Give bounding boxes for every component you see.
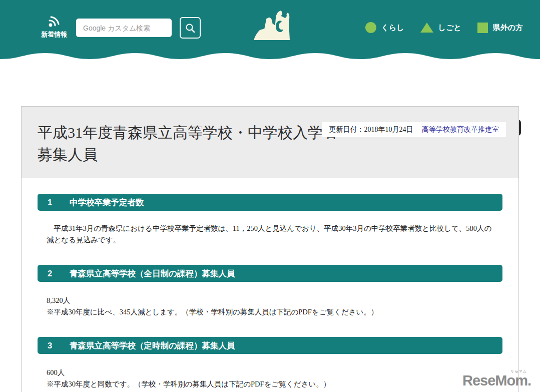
watermark-ruby: リセマム (510, 369, 527, 374)
section-text: 600人 ※平成30年度と同数です。（学校・学科別の募集人員は下記のPDFをご覧… (38, 354, 502, 390)
nav-item-shigoto[interactable]: しごと (420, 23, 461, 33)
watermark-text: ReseMom. (462, 372, 531, 388)
section-title: 青森県立高等学校（全日制の課程）募集人員 (70, 269, 235, 278)
article-header: 平成31年度青森県立高等学校・中学校入学者募集人員 更新日付：2018年10月2… (22, 107, 518, 178)
section-fulltime: 2青森県立高等学校（全日制の課程）募集人員 8,320人 ※平成30年度に比べ、… (38, 265, 502, 318)
section-text: 平成31年3月の青森県における中学校卒業予定者数は、11，250人と見込んでおり… (38, 211, 502, 246)
paragraph: 平成31年3月の青森県における中学校卒業予定者数は、11，250人と見込んでおり… (47, 223, 493, 246)
department-link[interactable]: 高等学校教育改革推進室 (422, 126, 499, 133)
circle-icon (365, 22, 376, 33)
capacity-note: ※平成30年度と同数です。（学校・学科別の募集人員は下記のPDFをご覧ください。… (47, 378, 493, 390)
aomori-map-icon (252, 8, 292, 41)
search-icon (185, 23, 196, 34)
nav-label: くらし (381, 23, 404, 33)
capacity-note: ※平成30年度に比べ、345人減とします。（学校・学科別の募集人員は下記のPDF… (47, 306, 493, 318)
nav-item-kurashi[interactable]: くらし (365, 22, 404, 33)
capacity-value: 8,320人 (47, 295, 493, 306)
section-heading-2: 2青森県立高等学校（全日制の課程）募集人員 (38, 265, 502, 282)
section-number: 3 (48, 337, 70, 354)
search-input[interactable] (76, 19, 172, 37)
section-text: 8,320人 ※平成30年度に比べ、345人減とします。（学校・学科別の募集人員… (38, 282, 502, 318)
article-card: 平成31年度青森県立高等学校・中学校入学者募集人員 更新日付：2018年10月2… (21, 106, 519, 392)
page-title: 平成31年度青森県立高等学校・中学校入学者募集人員 (38, 122, 343, 165)
section-graduates: 1中学校卒業予定者数 平成31年3月の青森県における中学校卒業予定者数は、11，… (38, 194, 502, 246)
update-info-box: 更新日付：2018年10月24日 高等学校教育改革推進室 (322, 122, 506, 137)
new-info-link[interactable]: 新着情報 (38, 15, 70, 39)
nav-label: 県外の方 (493, 23, 523, 33)
section-title: 青森県立高等学校（定時制の課程）募集人員 (70, 341, 235, 350)
nav-item-kengai[interactable]: 県外の方 (477, 23, 523, 33)
section-heading-1: 1中学校卒業予定者数 (38, 194, 502, 211)
new-info-label: 新着情報 (41, 31, 67, 38)
search-button[interactable] (180, 17, 201, 39)
rss-icon (47, 15, 61, 28)
square-icon (477, 23, 488, 33)
site-header: 新着情報 くらし しごと 県外の方 (0, 0, 540, 52)
update-date: 更新日付：2018年10月24日 (329, 126, 413, 133)
capacity-value: 600人 (47, 367, 493, 378)
aomori-prefecture-logo[interactable] (252, 8, 292, 43)
section-number: 2 (48, 265, 70, 282)
article-body: 1中学校卒業予定者数 平成31年3月の青森県における中学校卒業予定者数は、11，… (22, 178, 518, 390)
section-number: 1 (48, 194, 70, 211)
nav-label: しごと (438, 23, 461, 33)
section-title: 中学校卒業予定者数 (70, 198, 144, 207)
triangle-icon (420, 23, 433, 33)
header-nav: くらし しごと 県外の方 (365, 22, 523, 33)
section-heading-3: 3青森県立高等学校（定時制の課程）募集人員 (38, 337, 502, 354)
header-wave (0, 52, 540, 61)
section-parttime: 3青森県立高等学校（定時制の課程）募集人員 600人 ※平成30年度と同数です。… (38, 337, 502, 390)
resemom-watermark: リセマム ReseMom. (462, 372, 531, 389)
